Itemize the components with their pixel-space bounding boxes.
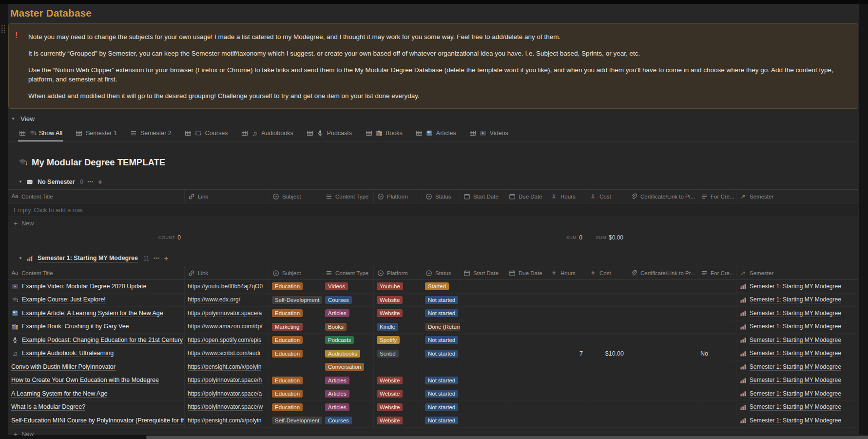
tag-scribd[interactable]: Scribd: [377, 350, 399, 358]
tag-not-started[interactable]: Not started: [425, 417, 458, 424]
cell-hours[interactable]: [547, 320, 586, 334]
cell-status[interactable]: Not started: [422, 347, 460, 360]
group-name[interactable]: Semester 1: Starting MY Modegree: [38, 255, 138, 262]
row-link[interactable]: https://www.scribd.com/audi: [188, 350, 260, 357]
chevron-down-icon[interactable]: ▼: [11, 117, 15, 121]
view-tab-courses[interactable]: Courses: [184, 128, 229, 141]
column-header-semester[interactable]: ↗Semester: [736, 266, 858, 279]
cell-hours[interactable]: [547, 280, 586, 293]
empty-row[interactable]: Empty. Click to add a row.: [8, 203, 858, 217]
cell-cost[interactable]: [586, 307, 627, 320]
cell-cost[interactable]: [586, 401, 627, 414]
tag-education[interactable]: Education: [272, 390, 303, 398]
cell-subject[interactable]: Education: [269, 347, 322, 360]
new-row-button[interactable]: +New: [8, 217, 858, 230]
row-title[interactable]: Example Course: Just Explore!: [22, 296, 106, 303]
row-link[interactable]: https://polyinnovator.space/h: [188, 377, 262, 384]
row-link[interactable]: https://pensight.com/x/polyin: [188, 417, 261, 424]
cell-subject[interactable]: Education: [269, 334, 322, 347]
row-title[interactable]: Self-Education MINI Course by PolyInnova…: [11, 417, 185, 424]
row-link[interactable]: https://polyinnovator.space/a: [188, 310, 262, 317]
column-header-platform[interactable]: Platform: [374, 266, 422, 279]
tag-not-started[interactable]: Not started: [425, 390, 458, 398]
relation-semester[interactable]: Semester 1: Starting MY Modegree: [750, 296, 841, 303]
cell-certificate[interactable]: [627, 414, 697, 427]
count-aggregate[interactable]: COUNT0: [8, 230, 185, 244]
cell-certificate[interactable]: [627, 307, 697, 320]
cell-content_type[interactable]: Audiobooks: [322, 347, 374, 360]
tag-youtube[interactable]: Youtube: [377, 282, 403, 290]
group-options-icon[interactable]: ⋯: [87, 178, 94, 185]
cell-title[interactable]: Convo with Dustin Miller PolyInnovator: [8, 360, 185, 374]
tag-kindle[interactable]: Kindle: [377, 323, 398, 331]
view-tab-show-all[interactable]: Show All: [18, 128, 63, 141]
sum-hours-aggregate[interactable]: SUM0: [547, 230, 586, 244]
cell-semester[interactable]: Semester 1: Starting MY Modegree: [736, 294, 858, 307]
view-tab-semester-1[interactable]: Semester 1: [75, 128, 117, 141]
cell-status[interactable]: Done (Return: [422, 320, 460, 334]
cell-platform[interactable]: Spotify: [374, 334, 422, 347]
tag-website[interactable]: Website: [377, 296, 403, 304]
row-title[interactable]: A Learning System for the New Age: [11, 390, 107, 398]
cell-certificate[interactable]: [627, 347, 697, 360]
cell-link[interactable]: https://polyinnovator.space/h: [185, 374, 269, 387]
view-tab-articles[interactable]: Articles: [415, 128, 457, 141]
cell-certificate[interactable]: [627, 387, 697, 400]
cell-title[interactable]: What is a Modular Degree?: [8, 401, 185, 414]
cell-link[interactable]: https://polyinnovator.space/w: [185, 401, 269, 414]
tag-website[interactable]: Website: [377, 417, 403, 424]
column-header-hours[interactable]: #Hours: [547, 190, 586, 203]
cell-content_type[interactable]: Articles: [322, 307, 374, 320]
tag-videos[interactable]: Videos: [325, 282, 348, 290]
row-title[interactable]: Example Podcast: Changing Education for …: [22, 337, 183, 344]
cell-content_type[interactable]: Conversation: [322, 360, 374, 374]
cell-for_credit[interactable]: [697, 401, 736, 414]
tag-articles[interactable]: Articles: [325, 309, 349, 317]
cell-due_date[interactable]: [505, 280, 547, 293]
cell-due_date[interactable]: [505, 401, 547, 414]
cell-cost[interactable]: [586, 414, 627, 427]
row-title[interactable]: Example Article: A Learning System for t…: [22, 310, 163, 317]
tag-not-started[interactable]: Not started: [425, 350, 458, 358]
relation-semester[interactable]: Semester 1: Starting MY Modegree: [750, 283, 841, 290]
tag-conversation[interactable]: Conversation: [325, 363, 364, 371]
cell-semester[interactable]: Semester 1: Starting MY Modegree: [736, 387, 858, 400]
drag-handle-icon[interactable]: ⣿: [0, 24, 6, 33]
cell-for_credit[interactable]: [697, 387, 736, 400]
column-header-link[interactable]: Link: [185, 266, 269, 279]
database-title[interactable]: My Modular Degree TEMPLATE: [32, 157, 165, 168]
cell-link[interactable]: https://pensight.com/x/polyin: [185, 414, 269, 427]
cell-cost[interactable]: [586, 360, 627, 374]
cell-link[interactable]: https://pensight.com/x/polyin: [185, 360, 269, 374]
tag-not-started[interactable]: Not started: [425, 377, 458, 384]
cell-platform[interactable]: [374, 360, 422, 374]
cell-hours[interactable]: [547, 294, 586, 307]
cell-due_date[interactable]: [505, 320, 547, 334]
cell-cost[interactable]: [586, 320, 627, 334]
cell-platform[interactable]: Website: [374, 374, 422, 387]
tag-started[interactable]: Started: [425, 282, 449, 290]
cell-hours[interactable]: [547, 307, 586, 320]
cell-subject[interactable]: Marketing: [269, 320, 322, 334]
cell-platform[interactable]: Website: [374, 294, 422, 307]
cell-due_date[interactable]: [505, 414, 547, 427]
row-link[interactable]: https://youtu.be/I0b54aj7qO0: [188, 283, 263, 290]
cell-cost[interactable]: [586, 334, 627, 347]
tag-books[interactable]: Books: [325, 323, 347, 331]
column-header-certificate[interactable]: Certificate/Link to Pr...: [627, 266, 697, 279]
cell-title[interactable]: Example Course: Just Explore!: [8, 294, 185, 307]
cell-title[interactable]: Example Article: A Learning System for t…: [8, 307, 185, 320]
cell-for_credit[interactable]: [697, 280, 736, 293]
tag-not-started[interactable]: Not started: [425, 296, 458, 304]
row-link[interactable]: https://polyinnovator.space/w: [188, 403, 263, 411]
cell-for_credit[interactable]: [697, 320, 736, 334]
cell-status[interactable]: [422, 360, 460, 374]
cell-certificate[interactable]: [627, 294, 697, 307]
cell-for_credit[interactable]: [697, 374, 736, 387]
tag-not-started[interactable]: Not started: [425, 336, 458, 344]
column-header-hours[interactable]: #Hours: [547, 266, 586, 279]
cell-due_date[interactable]: [505, 334, 547, 347]
cell-start_date[interactable]: [460, 387, 505, 400]
cell-link[interactable]: https://polyinnovator.space/a: [185, 387, 269, 400]
cell-content_type[interactable]: Articles: [322, 374, 374, 387]
